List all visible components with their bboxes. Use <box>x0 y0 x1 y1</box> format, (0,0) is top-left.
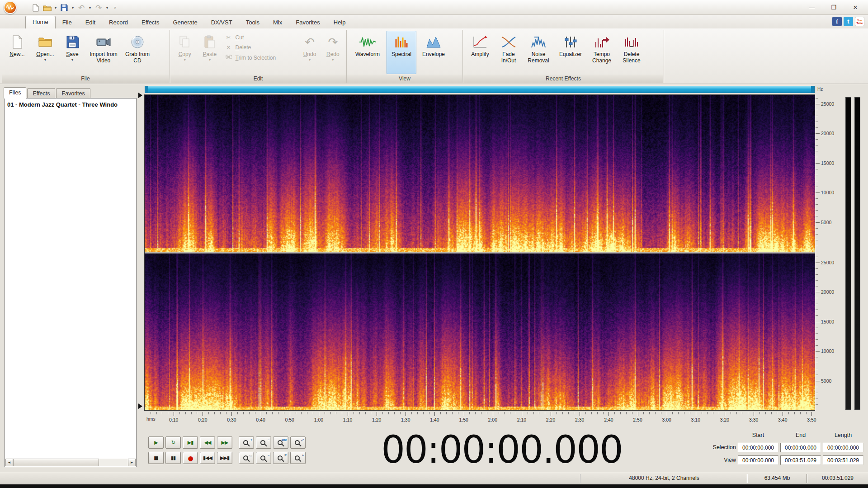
dropdown-arrow-icon[interactable]: ▾ <box>71 58 73 62</box>
ribbon-group-label-recent-effects: Recent Effects <box>463 75 663 83</box>
waveform-view-button[interactable]: Waveform <box>349 31 386 74</box>
menu-tab-help[interactable]: Help <box>327 17 353 28</box>
sidebar-tab-files[interactable]: Files <box>4 87 26 99</box>
freq-label: 10000 <box>821 348 834 354</box>
selection-start-field[interactable] <box>738 443 778 452</box>
transport-zoom-project-button[interactable]: P <box>273 452 288 464</box>
noise-removal-button[interactable]: Noise Removal <box>523 31 554 74</box>
envelope-view-button[interactable]: Envelope <box>417 31 450 74</box>
spectrogram-right-channel[interactable] <box>145 253 815 410</box>
time-tick-label: 1:30 <box>398 417 413 422</box>
time-unit-label: hms <box>146 416 156 422</box>
tempo-change-button[interactable]: Tempo Change <box>587 31 617 74</box>
window-controls: — ❐ ✕ <box>802 1 865 13</box>
grab-from-cd-button[interactable]: Grab from CD <box>123 31 152 74</box>
copy-icon <box>178 33 192 51</box>
equalizer-sliders-icon <box>563 33 578 51</box>
menu-tab-generate[interactable]: Generate <box>166 17 204 28</box>
scroll-right-arrow[interactable]: ► <box>128 459 136 466</box>
transport-zoom-selection-button[interactable]: ⤢ <box>290 436 306 449</box>
menu-tab-dxvst[interactable]: DX/VST <box>204 17 239 28</box>
customize-toolbar-icon[interactable]: ▿ <box>114 5 116 10</box>
redo-button: ↷ Redo ▾ <box>322 31 344 74</box>
transport-play-button[interactable]: ▶ <box>148 436 164 449</box>
scrollbar-thumb[interactable] <box>13 459 99 466</box>
redo-icon: ↷ <box>328 33 338 51</box>
amplify-button[interactable]: Amplify <box>466 31 495 74</box>
quick-new-button[interactable] <box>30 2 41 13</box>
open-folder-icon <box>43 5 52 11</box>
time-tick-label: 0:40 <box>254 417 268 422</box>
fade-in-out-button[interactable]: Fade In/Out <box>495 31 522 74</box>
sidebar-tab-favorites[interactable]: Favorites <box>56 88 90 99</box>
menu-tab-favorites[interactable]: Favorites <box>289 17 326 28</box>
facebook-icon[interactable]: f <box>832 17 842 26</box>
horizontal-scrollbar[interactable]: ◄ ► <box>5 459 136 466</box>
sidebar-tab-effects[interactable]: Effects <box>27 88 55 99</box>
transport-loop-button[interactable]: ↻ <box>165 436 181 449</box>
transport-go-to-end-button[interactable]: ▶▶▮ <box>217 452 232 464</box>
save-button[interactable]: Save ▾ <box>60 31 85 74</box>
level-meters <box>845 97 860 410</box>
transport-go-to-start-button[interactable]: ▮◀◀ <box>200 452 215 464</box>
equalizer-button[interactable]: Equalizer <box>555 31 586 74</box>
menu-tab-effects[interactable]: Effects <box>135 17 166 28</box>
selection-marker-bottom-icon[interactable] <box>138 404 142 409</box>
cd-disc-icon <box>130 33 145 51</box>
file-list-item[interactable]: 01 - Modern Jazz Quartet - Three Windo <box>5 99 136 111</box>
transport-rewind-button[interactable]: ◀◀ <box>200 436 215 449</box>
spectral-view-button[interactable]: Spectral <box>387 31 416 74</box>
scroll-left-arrow[interactable]: ◄ <box>5 459 13 466</box>
youtube-icon[interactable]: You Tube <box>855 17 864 26</box>
transport-stop-button[interactable]: ■ <box>148 452 164 464</box>
transport-fast-forward-button[interactable]: ▶▶ <box>217 436 232 449</box>
magnifier-icon <box>260 440 265 445</box>
view-length-field[interactable] <box>823 455 863 465</box>
menu-tab-home[interactable]: Home <box>25 16 56 28</box>
file-list-panel: 01 - Modern Jazz Quartet - Three Windo ◄… <box>5 98 137 467</box>
selection-end-field[interactable] <box>780 443 821 452</box>
view-start-field[interactable] <box>738 455 778 465</box>
level-meter-right <box>854 97 860 410</box>
time-tick-label: 3:40 <box>775 417 790 422</box>
status-bar: 48000 Hz, 24-bit, 2 Channels 63.454 Mb 0… <box>0 472 868 484</box>
menu-tab-tools[interactable]: Tools <box>239 17 266 28</box>
transport-zoom-vertical-out-button[interactable]: − <box>256 452 271 464</box>
selection-length-field[interactable] <box>823 443 863 452</box>
transport-zoom-vertical-in-button[interactable]: + <box>290 452 306 464</box>
twitter-icon[interactable]: t <box>844 17 853 26</box>
import-from-video-button[interactable]: Import from Video <box>85 31 122 74</box>
close-button[interactable]: ✕ <box>845 1 865 13</box>
open-button[interactable]: Open... ▾ <box>31 31 59 74</box>
quick-save-button[interactable] <box>59 2 70 13</box>
time-ruler[interactable]: hms 0:100:200:300:400:501:001:101:201:30… <box>145 412 815 428</box>
freq-label: 25000 <box>821 101 834 107</box>
new-button[interactable]: New... <box>4 31 30 74</box>
spectrogram-left-channel[interactable] <box>145 95 815 252</box>
dropdown-arrow-icon[interactable]: ▾ <box>53 6 58 10</box>
transport-zoom-out-button[interactable]: − <box>256 436 271 449</box>
transport-record-button[interactable]: ● <box>183 452 198 464</box>
delete-silence-button[interactable]: Delete Silence <box>618 31 646 74</box>
transport-zoom-100-button[interactable]: 100 <box>273 436 288 449</box>
dropdown-arrow-icon[interactable]: ▾ <box>44 58 46 62</box>
envelope-icon <box>426 33 441 51</box>
transport-zoom-in-button[interactable]: + <box>239 436 254 449</box>
menu-tab-file[interactable]: File <box>56 17 79 28</box>
menu-tab-mix[interactable]: Mix <box>266 17 289 28</box>
dropdown-arrow-icon[interactable]: ▾ <box>71 6 75 10</box>
position-overview-bar[interactable] <box>145 86 815 93</box>
transport-play-from-cursor-button[interactable]: ▶▮ <box>183 436 198 449</box>
transport-pause-button[interactable]: ▮▮ <box>165 452 181 464</box>
quick-open-button[interactable] <box>42 2 52 13</box>
transport-zoom-full-button[interactable]: ▭ <box>239 452 254 464</box>
view-end-field[interactable] <box>780 455 821 465</box>
minimize-button[interactable]: — <box>802 1 822 13</box>
selection-marker-top-icon[interactable] <box>138 93 142 98</box>
maximize-button[interactable]: ❐ <box>824 1 844 13</box>
menu-tab-record[interactable]: Record <box>102 17 135 28</box>
redo-icon: ↷ <box>95 4 102 12</box>
transport-row-1: ▶↻▶▮◀◀▶▶ <box>148 436 232 449</box>
menu-tab-edit[interactable]: Edit <box>79 17 102 28</box>
magnifier-icon <box>278 455 283 460</box>
